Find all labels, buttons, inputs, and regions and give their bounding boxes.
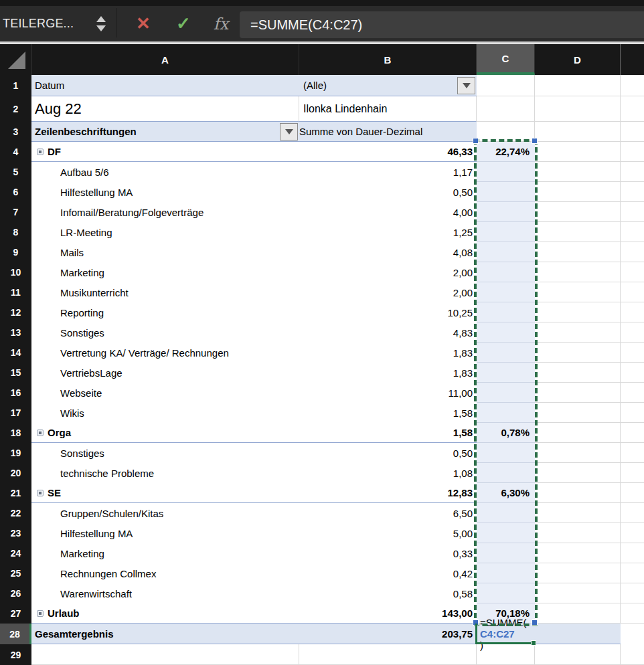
cell-E10[interactable] <box>621 262 644 282</box>
cell-A9[interactable]: Mails <box>31 242 299 262</box>
cell-A10[interactable]: Marketing <box>31 262 299 282</box>
confirm-button[interactable]: ✓ <box>171 6 195 41</box>
cell-C25[interactable] <box>477 563 535 583</box>
cell-E2[interactable] <box>621 96 644 122</box>
row-header-23[interactable]: 23 <box>0 523 31 543</box>
cell-D20[interactable] <box>535 463 621 483</box>
column-header-B[interactable]: B <box>299 44 477 75</box>
collapse-icon[interactable] <box>37 490 44 496</box>
cell-A21[interactable]: SE <box>31 483 299 503</box>
row-header-7[interactable]: 7 <box>0 202 31 222</box>
cell-A13[interactable]: Sonstiges <box>31 322 299 343</box>
cell-E25[interactable] <box>621 563 644 583</box>
cell-A16[interactable]: Webseite <box>31 383 299 403</box>
row-header-25[interactable]: 25 <box>0 563 31 583</box>
cell-C19[interactable] <box>477 443 535 463</box>
cell-A26[interactable]: Warenwirtschaft <box>31 583 299 603</box>
name-box-stepper[interactable] <box>94 6 108 41</box>
cell-E8[interactable] <box>621 222 644 242</box>
cell-B23[interactable]: 5,00 <box>299 523 477 543</box>
cell-C15[interactable] <box>477 363 535 383</box>
row-header-5[interactable]: 5 <box>0 162 31 182</box>
cell-E26[interactable] <box>621 583 644 603</box>
cell-D17[interactable] <box>535 403 621 423</box>
cell-C11[interactable] <box>477 282 535 302</box>
cell-E23[interactable] <box>621 523 644 543</box>
cell-B8[interactable]: 1,25 <box>299 222 477 242</box>
cell-C28[interactable]: =SUMME(C4:C27) <box>477 624 535 644</box>
cell-C17[interactable] <box>477 403 535 423</box>
cell-E3[interactable] <box>621 122 644 142</box>
cell-D22[interactable] <box>535 503 621 523</box>
row-header-29[interactable]: 29 <box>0 644 31 665</box>
row-header-1[interactable]: 1 <box>0 75 31 96</box>
cell-D1[interactable] <box>535 75 621 96</box>
cell-A24[interactable]: Marketing <box>31 543 299 563</box>
cell-B11[interactable]: 2,00 <box>299 282 477 302</box>
column-header-A[interactable]: A <box>31 44 299 75</box>
cell-E7[interactable] <box>621 202 644 222</box>
cell-E29[interactable] <box>621 644 644 665</box>
collapse-icon[interactable] <box>37 430 44 436</box>
cell-D29[interactable] <box>535 644 621 665</box>
cell-B10[interactable]: 2,00 <box>299 262 477 282</box>
row-header-22[interactable]: 22 <box>0 503 31 523</box>
cell-A15[interactable]: VertriebsLage <box>31 363 299 383</box>
row-header-16[interactable]: 16 <box>0 383 31 403</box>
cell-D18[interactable] <box>535 423 621 443</box>
row-header-14[interactable]: 14 <box>0 343 31 363</box>
cell-B21[interactable]: 12,83 <box>299 483 477 503</box>
cell-E1[interactable] <box>621 75 644 96</box>
cell-D25[interactable] <box>535 563 621 583</box>
cell-B25[interactable]: 0,42 <box>299 563 477 583</box>
cell-E11[interactable] <box>621 282 644 302</box>
cell-E22[interactable] <box>621 503 644 523</box>
cell-A8[interactable]: LR-Meeting <box>31 222 299 242</box>
cell-C8[interactable] <box>477 222 535 242</box>
cell-B4[interactable]: 46,33 <box>299 142 477 162</box>
row-header-6[interactable]: 6 <box>0 182 31 202</box>
row-header-26[interactable]: 26 <box>0 583 31 603</box>
column-header-C[interactable]: C <box>477 44 535 75</box>
collapse-icon[interactable] <box>37 610 44 617</box>
cell-B18[interactable]: 1,58 <box>299 423 477 443</box>
row-header-9[interactable]: 9 <box>0 242 31 262</box>
cell-B9[interactable]: 4,08 <box>299 242 477 262</box>
cell-B2[interactable]: Ilonka Lindenhain <box>299 96 477 122</box>
cell-E19[interactable] <box>621 443 644 463</box>
cell-E28[interactable] <box>621 624 644 644</box>
cell-E9[interactable] <box>621 242 644 262</box>
row-header-21[interactable]: 21 <box>0 483 31 503</box>
row-header-27[interactable]: 27 <box>0 603 31 624</box>
cell-E14[interactable] <box>621 343 644 363</box>
cell-D3[interactable] <box>535 122 621 142</box>
select-all-corner[interactable] <box>0 44 31 75</box>
cell-D11[interactable] <box>535 282 621 302</box>
cell-A12[interactable]: Reporting <box>31 302 299 322</box>
cell-D15[interactable] <box>535 363 621 383</box>
cell-D8[interactable] <box>535 222 621 242</box>
cell-A4[interactable]: DF <box>31 142 299 162</box>
cell-C20[interactable] <box>477 463 535 483</box>
row-header-20[interactable]: 20 <box>0 463 31 483</box>
cell-B5[interactable]: 1,17 <box>299 162 477 182</box>
cell-A23[interactable]: Hilfestellung MA <box>31 523 299 543</box>
cell-D27[interactable] <box>535 603 621 624</box>
cell-C10[interactable] <box>477 262 535 282</box>
cell-B14[interactable]: 1,83 <box>299 343 477 363</box>
row-header-13[interactable]: 13 <box>0 322 31 343</box>
row-header-8[interactable]: 8 <box>0 222 31 242</box>
cell-E18[interactable] <box>621 423 644 443</box>
cell-D5[interactable] <box>535 162 621 182</box>
cell-E13[interactable] <box>621 322 644 343</box>
formula-input[interactable]: =SUMME(C4:C27) <box>240 11 644 38</box>
cell-D12[interactable] <box>535 302 621 322</box>
cell-B7[interactable]: 4,00 <box>299 202 477 222</box>
cell-C24[interactable] <box>477 543 535 563</box>
cell-B20[interactable]: 1,08 <box>299 463 477 483</box>
row-header-12[interactable]: 12 <box>0 302 31 322</box>
row-header-28[interactable]: 28 <box>0 624 31 644</box>
cell-A5[interactable]: Aufbau 5/6 <box>31 162 299 182</box>
cell-E21[interactable] <box>621 483 644 503</box>
cell-C13[interactable] <box>477 322 535 343</box>
